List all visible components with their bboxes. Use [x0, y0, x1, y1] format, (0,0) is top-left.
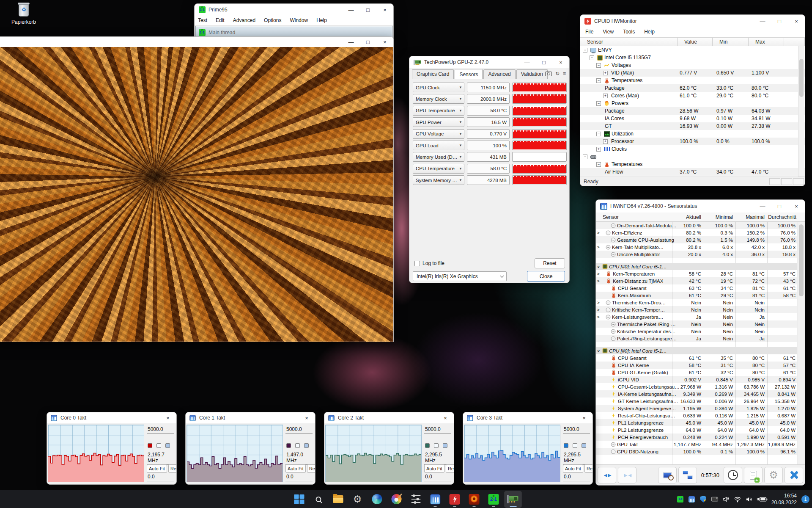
- security-shield-icon[interactable]: [700, 495, 707, 503]
- core-0-clock-window[interactable]: Core 0 Takt×5000.02,195.7 MHzAuto FitRes…: [47, 412, 177, 485]
- menu-item-tools[interactable]: Tools: [623, 29, 635, 35]
- hwinfo-icon[interactable]: [427, 491, 444, 508]
- background-color-swatch[interactable]: [434, 443, 439, 448]
- hwmonitor-row[interactable]: −Temperatures: [580, 77, 805, 84]
- prime95-icon[interactable]: 2-1P: [485, 491, 502, 508]
- menu-item-view[interactable]: View: [603, 29, 614, 35]
- reset-button[interactable]: Reset: [307, 464, 315, 473]
- start-icon[interactable]: [291, 491, 308, 508]
- wifi-icon[interactable]: [734, 495, 741, 503]
- hwmonitor-row[interactable]: +Clocks: [580, 145, 805, 153]
- menu-item-options[interactable]: Options: [264, 17, 281, 23]
- core-window-titlebar[interactable]: Core 1 Takt×: [186, 412, 315, 423]
- maximize-icon[interactable]: □: [359, 37, 376, 47]
- tab-sensors[interactable]: Sensors: [455, 69, 483, 79]
- notification-badge[interactable]: 1: [801, 495, 809, 503]
- menu-icon[interactable]: ≡: [563, 71, 566, 77]
- file-explorer-icon[interactable]: [329, 491, 347, 508]
- fractal-titlebar[interactable]: — □ ×: [0, 37, 393, 47]
- background-color-swatch[interactable]: [156, 443, 161, 448]
- hwinfo-row[interactable]: PL1 Leistungsgrenze45.0 W45.0 W45.0 W45.…: [596, 419, 797, 426]
- hwmonitor-row[interactable]: −Intel Core i5 1135G7: [580, 54, 805, 61]
- column-header-min[interactable]: Min: [713, 38, 749, 46]
- expand-icon[interactable]: +: [603, 71, 608, 75]
- menu-item-help[interactable]: Help: [644, 29, 655, 35]
- search-icon[interactable]: [310, 491, 327, 508]
- close-icon[interactable]: ×: [788, 15, 805, 28]
- hwinfo-row[interactable]: GPU D3D-Nutzung100.0 %0.1 %100.0 %96.1 %: [596, 448, 797, 455]
- hwinfo-row[interactable]: PCH Energieverbrauch0.248 W0.224 W1.990 …: [596, 433, 797, 441]
- expand-chevron-icon[interactable]: >: [596, 315, 601, 319]
- expand-chevron-icon[interactable]: >: [596, 279, 601, 283]
- hwmonitor-row[interactable]: Package62.0 °C33.0 °C80.0 °C: [580, 84, 805, 92]
- close-icon[interactable]: ×: [788, 200, 805, 213]
- auto-fit-button[interactable]: Auto Fit: [424, 464, 444, 473]
- reset-button[interactable]: Reset: [446, 464, 454, 473]
- hwmonitor-row[interactable]: Air Flow37.0 °C34.0 °C47.0 °C: [580, 168, 805, 176]
- hwinfo-row[interactable]: >Kern-Temperaturen58 °C28 °C81 °C57 °C: [596, 270, 797, 277]
- close-icon[interactable]: ×: [376, 4, 393, 16]
- collapse-icon[interactable]: −: [583, 48, 587, 52]
- core-window-titlebar[interactable]: Core 2 Takt×: [324, 412, 454, 423]
- hwinfo-row[interactable]: >Kern-Takt-Multiplikato…20.8 x6.0 x42.0 …: [596, 243, 797, 251]
- news-tray-icon[interactable]: [722, 495, 730, 503]
- hwinfo-row[interactable]: iGPU VID0.902 V0.845 V0.985 V0.894 V: [596, 376, 797, 383]
- log-to-file-checkbox[interactable]: [414, 261, 420, 266]
- core-window-titlebar[interactable]: Core 0 Takt×: [47, 412, 176, 423]
- gpuz-icon[interactable]: [505, 491, 522, 508]
- sensor-label-dropdown[interactable]: GPU Power▼: [413, 117, 464, 127]
- core-2-clock-window[interactable]: Core 2 Takt×5000.02,295.5 MHzAuto FitRes…: [324, 412, 454, 485]
- collapse-arrows-button[interactable]: ►◄: [618, 467, 636, 483]
- hwinfo-row[interactable]: PL2 Leistungsgrenze64.0 W64.0 W64.0 W64.…: [596, 426, 797, 433]
- hwmonitor-row[interactable]: +VID (Max)0.777 V0.650 V1.100 V: [580, 69, 805, 77]
- hwmonitor-row[interactable]: −Voltages: [580, 61, 805, 69]
- expand-icon[interactable]: +: [603, 139, 608, 144]
- hwinfo-row[interactable]: >Thermische Kern-Dros…NeinNeinNein: [596, 299, 797, 306]
- column-header-sensor[interactable]: Sensor: [580, 38, 678, 46]
- tab-graphics-card[interactable]: Graphics Card: [412, 69, 454, 79]
- hwinfo-row[interactable]: Uncore Multiplikator20.0 x4.0 x36.0 x19.…: [596, 251, 797, 258]
- grid-color-swatch[interactable]: [582, 443, 586, 448]
- chevron-expanded-icon[interactable]: v: [596, 265, 601, 269]
- expand-chevron-icon[interactable]: >: [596, 231, 601, 235]
- maximize-icon[interactable]: □: [535, 56, 552, 68]
- vertical-scrollbar[interactable]: [798, 222, 804, 464]
- display-tray-icon[interactable]: [711, 495, 719, 503]
- hwinfo-row[interactable]: Gesamte CPU-Auslastung80.2 %1.5 %149.8 %…: [596, 236, 797, 243]
- navigate-arrows-button[interactable]: ◄►: [598, 467, 616, 483]
- screenshot-camera-icon[interactable]: [545, 72, 552, 76]
- minimize-icon[interactable]: —: [754, 15, 771, 28]
- hwinfo-row[interactable]: System Agent Energieve…1.195 W0.384 W1.8…: [596, 405, 797, 412]
- menu-item-window[interactable]: Window: [290, 17, 308, 23]
- core-3-clock-window[interactable]: Core 3 Takt×5000.02,295.5 MHzAuto FitRes…: [463, 412, 593, 485]
- close-icon[interactable]: ×: [437, 415, 454, 421]
- hwmonitor-row[interactable]: −: [580, 153, 805, 160]
- network-sensors-button[interactable]: [678, 467, 697, 483]
- tab-validation[interactable]: Validation: [516, 69, 548, 79]
- collapse-icon[interactable]: −: [583, 155, 587, 159]
- background-color-swatch[interactable]: [295, 443, 300, 448]
- column-header-sensor[interactable]: Sensor: [603, 214, 619, 220]
- collapse-icon[interactable]: −: [596, 162, 601, 167]
- hwinfo-row[interactable]: Thermische Paket-/Ring-…NeinNeinNein: [596, 320, 797, 328]
- hwmonitor-row[interactable]: −Powers: [580, 99, 805, 107]
- clock-button[interactable]: [724, 467, 742, 483]
- prime95-titlebar[interactable]: 2-1P Prime95 — □ ×: [195, 4, 393, 16]
- menu-item-help[interactable]: Help: [316, 17, 327, 23]
- settings-gear-icon[interactable]: ⚙: [349, 491, 366, 508]
- hwmonitor-titlebar[interactable]: CPUID HWMonitor — □ ×: [580, 15, 805, 28]
- hwinfo-row[interactable]: >Kern-Leistungsverbra…JaNeinJa: [596, 313, 797, 320]
- close-icon[interactable]: ×: [552, 56, 569, 68]
- hwinfo-row[interactable]: CPU Gesamt61 °C35 °C80 °C61 °C: [596, 354, 797, 362]
- grid-color-swatch[interactable]: [443, 443, 447, 448]
- background-color-swatch[interactable]: [573, 443, 577, 448]
- expand-icon[interactable]: +: [596, 147, 601, 152]
- collapse-icon[interactable]: −: [596, 63, 601, 68]
- furmark-icon[interactable]: [466, 491, 483, 508]
- collapse-icon[interactable]: −: [590, 55, 594, 60]
- reset-button[interactable]: Reset: [584, 464, 593, 473]
- settings-button[interactable]: ⚙: [764, 467, 783, 483]
- refresh-icon[interactable]: ↻: [555, 71, 560, 77]
- hwinfo-tray-icon[interactable]: [688, 495, 696, 503]
- collapse-icon[interactable]: −: [596, 101, 601, 106]
